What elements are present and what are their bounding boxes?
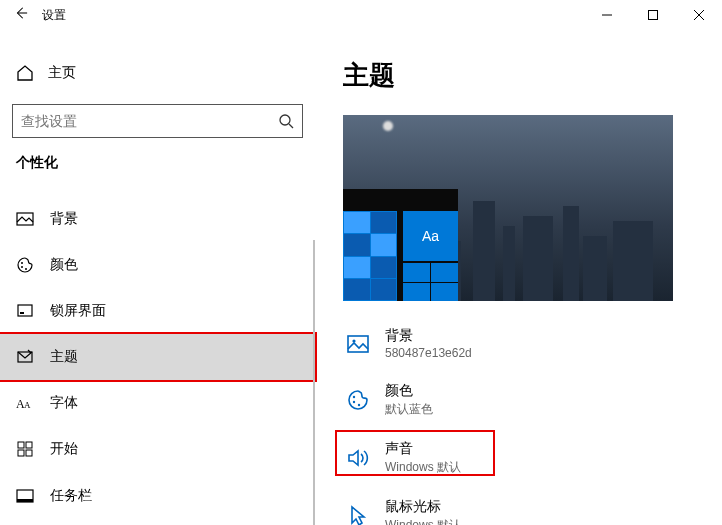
back-button[interactable]: [14, 6, 28, 24]
sound-icon: [345, 445, 371, 471]
option-subtitle: 默认蓝色: [385, 401, 433, 418]
content-area: 主题 Aa 背景 580487e13e62d: [315, 30, 722, 525]
nav-item-background[interactable]: 背景: [0, 196, 315, 242]
minimize-button[interactable]: [584, 0, 630, 30]
theme-option-background[interactable]: 背景 580487e13e62d: [343, 323, 702, 364]
palette-icon: [345, 387, 371, 413]
font-icon: AA: [16, 394, 34, 412]
settings-window: 设置 主页 个性化: [0, 0, 722, 525]
nav-item-themes[interactable]: 主题: [0, 334, 315, 380]
svg-rect-11: [18, 442, 24, 448]
nav-label: 主题: [50, 348, 78, 366]
section-title: 个性化: [0, 154, 315, 172]
maximize-button[interactable]: [630, 0, 676, 30]
svg-rect-14: [26, 450, 32, 456]
minimize-icon: [602, 10, 612, 20]
home-link[interactable]: 主页: [0, 56, 315, 90]
start-icon: [16, 440, 34, 458]
nav-item-taskbar[interactable]: 任务栏: [0, 472, 315, 518]
option-subtitle: Windows 默认: [385, 517, 461, 525]
nav-item-colors[interactable]: 颜色: [0, 242, 315, 288]
svg-point-3: [21, 262, 23, 264]
option-title: 鼠标光标: [385, 498, 461, 516]
svg-point-21: [358, 404, 360, 406]
nav-item-start[interactable]: 开始: [0, 426, 315, 472]
nav-label: 锁屏界面: [50, 302, 106, 320]
maximize-icon: [648, 10, 658, 20]
svg-point-4: [21, 266, 23, 268]
page-heading: 主题: [343, 58, 702, 93]
sidebar-scrollbar[interactable]: [313, 240, 315, 525]
svg-rect-17: [348, 336, 368, 352]
svg-rect-13: [18, 450, 24, 456]
palette-icon: [16, 256, 34, 274]
close-button[interactable]: [676, 0, 722, 30]
option-subtitle: Windows 默认: [385, 459, 461, 476]
option-subtitle: 580487e13e62d: [385, 346, 472, 360]
svg-rect-7: [20, 312, 24, 314]
arrow-left-icon: [14, 6, 28, 20]
taskbar-icon: [16, 487, 34, 505]
svg-point-5: [25, 268, 27, 270]
picture-icon: [345, 331, 371, 357]
titlebar: 设置: [0, 0, 722, 30]
highlight-annotation: [0, 332, 317, 382]
sidebar: 主页 个性化 背景 颜色 锁屏: [0, 30, 315, 525]
theme-preview[interactable]: Aa: [343, 115, 673, 301]
nav-label: 背景: [50, 210, 78, 228]
window-title: 设置: [42, 7, 66, 24]
svg-point-20: [353, 401, 355, 403]
search-field[interactable]: [21, 113, 278, 129]
nav-label: 开始: [50, 440, 78, 458]
home-label: 主页: [48, 64, 76, 82]
svg-point-1: [280, 115, 290, 125]
nav-list: 背景 颜色 锁屏界面 主题 AA 字体: [0, 196, 315, 518]
home-icon: [16, 64, 34, 82]
svg-rect-12: [26, 442, 32, 448]
nav-label: 字体: [50, 394, 78, 412]
option-title: 声音: [385, 440, 461, 458]
cursor-icon: [345, 503, 371, 525]
close-icon: [694, 10, 704, 20]
search-icon: [278, 113, 294, 129]
svg-rect-6: [18, 305, 32, 316]
theme-icon: [16, 348, 34, 366]
svg-rect-0: [649, 11, 658, 20]
option-title: 背景: [385, 327, 472, 345]
svg-point-19: [353, 396, 355, 398]
theme-option-sound[interactable]: 声音 Windows 默认: [343, 436, 702, 480]
nav-label: 颜色: [50, 256, 78, 274]
picture-icon: [16, 210, 34, 228]
option-title: 颜色: [385, 382, 433, 400]
svg-rect-16: [17, 499, 33, 502]
theme-option-cursor[interactable]: 鼠标光标 Windows 默认: [343, 494, 702, 525]
nav-item-lockscreen[interactable]: 锁屏界面: [0, 288, 315, 334]
aa-tile: Aa: [403, 211, 458, 261]
theme-option-color[interactable]: 颜色 默认蓝色: [343, 378, 702, 422]
nav-item-fonts[interactable]: AA 字体: [0, 380, 315, 426]
lockscreen-icon: [16, 302, 34, 320]
svg-text:A: A: [24, 400, 31, 410]
search-input[interactable]: [12, 104, 303, 138]
nav-label: 任务栏: [50, 487, 92, 505]
